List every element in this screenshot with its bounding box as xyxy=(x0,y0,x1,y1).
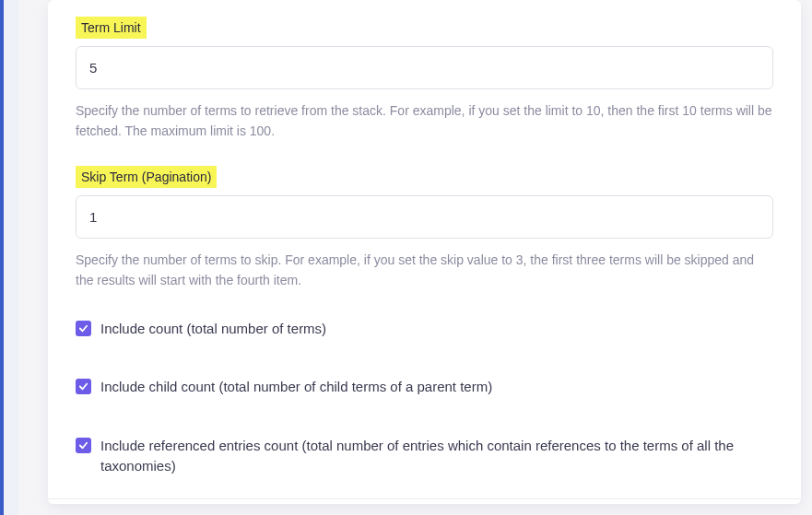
skip-term-field: Skip Term (Pagination) Specify the numbe… xyxy=(76,166,773,291)
skip-term-helper: Specify the number of terms to skip. For… xyxy=(76,250,773,291)
skip-term-input[interactable] xyxy=(76,195,773,239)
include-count-checkbox[interactable] xyxy=(76,321,91,336)
term-limit-field: Term Limit Specify the number of terms t… xyxy=(76,17,773,142)
include-ref-count-checkbox[interactable] xyxy=(76,438,91,453)
include-ref-count-label: Include referenced entries count (total … xyxy=(100,436,773,476)
checkmark-icon xyxy=(78,323,88,334)
checkmark-icon xyxy=(78,440,88,451)
left-accent-bar xyxy=(0,0,18,515)
term-limit-input[interactable] xyxy=(76,46,773,89)
include-ref-count-row[interactable]: Include referenced entries count (total … xyxy=(76,436,773,476)
skip-term-label: Skip Term (Pagination) xyxy=(76,166,217,188)
checkmark-icon xyxy=(78,381,88,392)
include-count-label: Include count (total number of terms) xyxy=(100,319,326,339)
form-card: Term Limit Specify the number of terms t… xyxy=(48,0,801,504)
include-count-row[interactable]: Include count (total number of terms) xyxy=(76,319,773,339)
include-child-count-row[interactable]: Include child count (total number of chi… xyxy=(76,377,773,397)
include-child-count-checkbox[interactable] xyxy=(76,379,91,394)
form-area: Term Limit Specify the number of terms t… xyxy=(76,9,773,498)
footer-bar: Hide Optional Fields Proceed xyxy=(48,498,801,515)
include-child-count-label: Include child count (total number of chi… xyxy=(100,377,492,397)
term-limit-label: Term Limit xyxy=(76,17,147,39)
term-limit-helper: Specify the number of terms to retrieve … xyxy=(76,100,773,142)
